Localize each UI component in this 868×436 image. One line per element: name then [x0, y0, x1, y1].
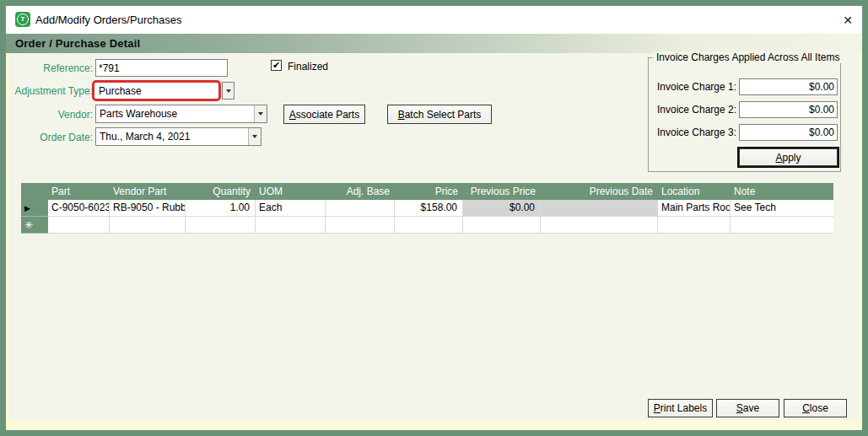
cell-quantity[interactable] [186, 217, 256, 234]
finalized-checkbox[interactable]: ✔ [271, 60, 282, 71]
order-date-value: Thu., March 4, 2021 [96, 131, 248, 143]
cell-price[interactable] [395, 217, 463, 234]
col-header-price[interactable]: Price [395, 183, 463, 200]
window-title: Add/Modify Orders/Purchases [35, 13, 181, 26]
col-header-quantity[interactable]: Quantity [186, 183, 256, 200]
col-header-part[interactable]: Part [48, 183, 110, 200]
order-items-table: Part Vendor Part Quantity UOM Adj. Base … [21, 183, 833, 234]
invoice-charge-3-label: Invoice Charge 3: [657, 126, 736, 138]
close-icon[interactable]: ✕ [838, 11, 857, 30]
reference-input[interactable] [95, 59, 228, 77]
cell-previous-price[interactable] [463, 217, 541, 234]
cell-quantity[interactable]: 1.00 [186, 200, 256, 217]
cell-previous-date[interactable] [541, 217, 658, 234]
cell-vendor-part[interactable]: RB-9050 - Rubbe [110, 200, 186, 217]
table-row: ▶ C-9050-6023 RB-9050 - Rubbe 1.00 Each … [21, 200, 833, 217]
invoice-charge-2-label: Invoice Charge 2: [657, 104, 736, 116]
col-header-previous-price[interactable]: Previous Price [463, 183, 541, 200]
close-button-label: Close [802, 402, 828, 414]
row-selector[interactable]: ▶ [21, 200, 48, 217]
save-button-label: Save [736, 402, 759, 414]
adjustment-type-label: Adjustment Type: [8, 85, 93, 97]
app-logo-icon: T [15, 12, 30, 27]
cell-location[interactable] [658, 217, 731, 234]
vendor-value: Parts Warehouse [96, 108, 254, 120]
cell-vendor-part[interactable] [110, 217, 186, 234]
app-logo-letter: T [17, 13, 29, 25]
cell-part[interactable]: C-9050-6023 [48, 200, 110, 217]
invoice-charge-3-input[interactable] [739, 124, 838, 141]
order-date-dropdown-icon[interactable] [248, 128, 261, 145]
adjustment-type-dropdown-icon[interactable] [222, 82, 235, 100]
new-row-icon: ✳ [24, 219, 33, 231]
print-labels-button-label: Print Labels [654, 402, 707, 414]
order-date-select[interactable]: Thu., March 4, 2021 [95, 127, 261, 146]
section-header-band: Order / Purchase Detail [6, 34, 862, 53]
current-row-icon: ▶ [24, 204, 30, 213]
cell-uom[interactable] [256, 217, 326, 234]
apply-button-label: Apply [775, 152, 801, 164]
chevron-down-icon [226, 89, 231, 93]
associate-parts-button-label: Associate Parts [289, 109, 359, 121]
adjustment-type-select[interactable]: Purchase [92, 80, 221, 101]
table-header-row: Part Vendor Part Quantity UOM Adj. Base … [21, 183, 833, 200]
vendor-label: Vendor: [8, 109, 93, 121]
col-header-adj-base[interactable]: Adj. Base [326, 183, 395, 200]
invoice-charge-1-input[interactable] [739, 78, 838, 95]
cell-note[interactable]: See Tech [731, 200, 833, 217]
batch-select-parts-button[interactable]: Batch Select Parts [387, 105, 492, 124]
cell-previous-price: $0.00 [463, 200, 541, 217]
cell-location[interactable]: Main Parts Room [658, 200, 731, 217]
finalized-checkbox-label: Finalized [288, 61, 328, 73]
cell-adj-base[interactable] [326, 217, 395, 234]
cell-part[interactable] [48, 217, 110, 234]
invoice-charge-2-input[interactable] [739, 101, 838, 118]
chevron-down-icon [258, 112, 263, 116]
cell-price[interactable]: $158.00 [395, 200, 463, 217]
col-header-uom[interactable]: UOM [256, 183, 326, 200]
col-header-previous-date[interactable]: Previous Date [541, 183, 658, 200]
col-header-location[interactable]: Location [658, 183, 731, 200]
invoice-charge-1-label: Invoice Charge 1: [657, 81, 736, 93]
invoice-charges-group-title: Invoice Charges Applied Across All Items [653, 51, 843, 63]
vendor-select[interactable]: Parts Warehouse [95, 105, 267, 123]
adjustment-type-value: Purchase [94, 85, 142, 97]
check-icon: ✔ [272, 61, 280, 70]
batch-select-parts-button-label: Batch Select Parts [398, 109, 482, 121]
col-header-vendor-part[interactable]: Vendor Part [110, 183, 186, 200]
order-date-label: Order Date: [8, 132, 93, 143]
save-button[interactable]: Save [716, 399, 779, 417]
cell-previous-date [541, 200, 658, 217]
cell-note[interactable] [731, 217, 833, 234]
chevron-down-icon [252, 135, 257, 138]
cell-uom[interactable]: Each [256, 200, 326, 217]
vendor-dropdown-icon[interactable] [254, 105, 267, 122]
invoice-charges-group: Invoice Charges Applied Across All Items… [648, 57, 841, 172]
associate-parts-button[interactable]: Associate Parts [283, 105, 365, 124]
table-new-row: ✳ [21, 217, 833, 234]
print-labels-button[interactable]: Print Labels [648, 399, 713, 417]
section-header-title: Order / Purchase Detail [6, 37, 140, 50]
cell-adj-base[interactable] [326, 200, 395, 217]
row-selector-header [21, 183, 48, 200]
new-row-selector[interactable]: ✳ [21, 217, 48, 234]
close-button[interactable]: Close [784, 399, 847, 417]
col-header-note[interactable]: Note [731, 183, 833, 200]
apply-button[interactable]: Apply [739, 148, 838, 166]
reference-label: Reference: [8, 62, 93, 74]
